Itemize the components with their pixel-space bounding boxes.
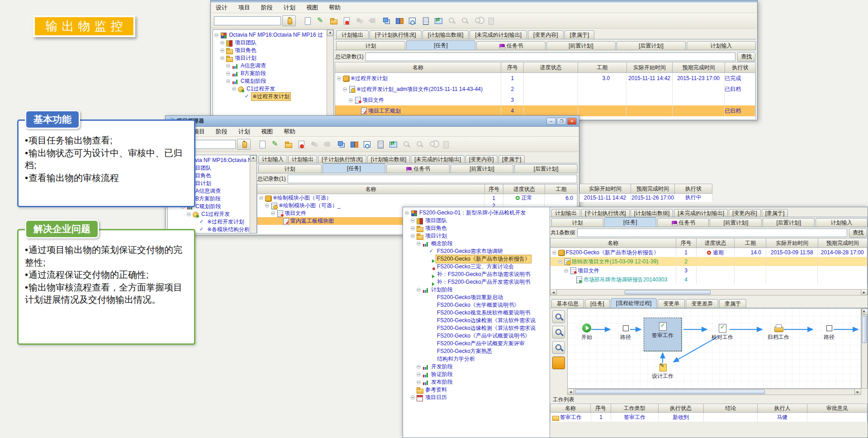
menu-item[interactable]: 视图 [306,4,318,12]
toolbar-button[interactable] [366,15,378,27]
tree-expander-icon[interactable] [411,395,415,400]
column-header[interactable]: 预期完成时间 [673,62,725,73]
tab[interactable]: [任务] [604,217,656,227]
menu-item[interactable]: 阶段 [261,4,273,12]
column-header[interactable]: 预期完成时间 [818,238,868,248]
tree-expander-icon[interactable] [417,372,421,376]
toolbar-button[interactable] [282,138,294,150]
tree-expander-icon[interactable] [411,234,415,238]
tree-item[interactable]: Octavia NF MP16:Octavia NF MP16 过 [214,31,326,39]
scroll-up-icon[interactable]: ▲ [327,30,333,36]
column-header[interactable]: 名称 [550,404,591,413]
zoom-out-button[interactable] [552,341,565,354]
flow-node[interactable]: 路径 [607,323,645,341]
tab[interactable]: [子计划执行情况] [318,155,366,163]
tab[interactable]: 计划输出 [336,30,369,39]
menu-item[interactable]: 帮助 [329,4,341,12]
tree-item[interactable]: C规划阶段 [214,77,326,85]
toolbar-button[interactable] [387,138,398,150]
tree-item[interactable]: ※过程开发计划 [214,93,326,100]
tree-item[interactable]: C1过程开发 [214,85,326,93]
tab[interactable]: 隶属于 [719,299,746,308]
quick-search-input[interactable] [214,16,281,25]
column-header[interactable]: 执行人 [758,404,807,413]
horizontal-scrollbar[interactable]: ◄ ► [550,289,868,295]
scroll-right-icon[interactable]: ► [861,290,867,295]
tab[interactable]: 计划输入 [687,41,756,50]
filter-input[interactable] [365,52,735,61]
row-expander-icon[interactable] [552,251,556,255]
column-header[interactable]: 工期 [545,184,578,194]
tree-item[interactable]: 项目计划 [214,54,326,62]
tab[interactable]: [未完成的计划输出] [674,209,728,217]
tree-item[interactable]: 结构和力学分析 [404,355,549,363]
toolbar-button[interactable] [471,15,483,27]
tab[interactable]: [计划输出数据] [367,155,410,163]
tab[interactable]: 基本信息 [551,299,584,308]
canvas-horizontal-scrollbar[interactable]: ◄ ► [567,389,861,395]
tab[interactable]: [子计划执行情况] [581,209,630,217]
tree-item[interactable]: FS200-Gecko方案熟悉 [404,348,549,355]
tree-expander-icon[interactable] [417,242,421,246]
column-header[interactable]: 工作类型 [611,404,659,413]
toolbar-button[interactable] [340,15,352,27]
column-header[interactable]: 结论 [704,404,758,413]
column-header[interactable]: 名称 [550,238,676,248]
tree-expander-icon[interactable] [226,71,230,76]
tree-item[interactable]: 项目日历 [404,394,549,401]
tab[interactable]: [任务] [585,299,610,308]
tab[interactable]: [计划输出数据] [631,209,674,217]
filter-button[interactable] [282,15,296,26]
tree-item[interactable]: FS200-Gecko需求市场调研 [404,248,549,255]
toolbar-button[interactable] [432,15,444,27]
toolbar-button[interactable] [314,15,326,27]
tree-expander-icon[interactable] [232,87,236,91]
tree-expander-icon[interactable] [214,33,218,37]
flow-node[interactable]: 校对工作 [703,323,741,341]
toolbar-button[interactable] [301,15,313,27]
tab[interactable]: [变更内容] [465,155,498,163]
row-expander-icon[interactable] [271,211,275,215]
row-expander-icon[interactable] [337,76,341,81]
table-row[interactable]: FS200-Gecko《新产品市场分析报告》 1 逾期 14.0 2015-03… [550,248,867,257]
scrollbar-thumb[interactable] [575,390,765,394]
toolbar-button[interactable] [458,15,470,27]
column-header[interactable]: 实际开始时间 [766,238,818,248]
row-expander-icon[interactable] [259,196,263,200]
toolbar-button[interactable] [256,138,267,150]
row-expander-icon[interactable] [349,98,353,102]
flow-node[interactable]: 归档工作 [759,323,797,341]
tab[interactable]: [未完成的计划输出] [411,155,465,163]
row-expander-icon[interactable] [564,269,568,273]
scrollbar-thumb[interactable] [862,316,867,343]
menu-item[interactable]: 计划 [238,128,250,136]
tree-expander-icon[interactable] [417,380,421,384]
tree-item[interactable]: ※过程开发计划 [169,218,249,226]
column-header[interactable]: 进度状态 [697,238,735,248]
toolbar-button[interactable] [419,15,431,27]
tab[interactable]: [隶属于] [498,155,525,163]
title-bar[interactable]: 项目管理器 – ❐ ✕ [166,116,579,127]
column-header[interactable]: 工期 [735,238,766,248]
tab[interactable]: [计划输出数据] [422,30,469,39]
tab[interactable]: [流程处理过程] [611,298,657,308]
tab[interactable]: 变更单 [658,299,685,308]
toolbar-button[interactable] [406,15,417,27]
tree-item[interactable]: FS200-Gecko视觉系统软件概要说明书 [404,309,549,317]
workflow-canvas[interactable]: 开始 路径 签审工作 [567,308,861,389]
tree-item[interactable]: 发布阶段 [404,378,549,386]
toolbar-button[interactable] [379,15,391,27]
close-button[interactable]: ✕ [567,118,577,125]
toolbar-button[interactable] [439,138,451,150]
row-expander-icon[interactable] [558,260,562,264]
tab[interactable]: [后置计划] [617,41,686,50]
tab[interactable]: 计划输出 [551,209,580,217]
scroll-up-icon[interactable]: ▲ [250,155,256,162]
tab[interactable]: 计划 [551,218,603,227]
row-expander-icon[interactable] [343,87,347,91]
tree-expander-icon[interactable] [417,365,421,369]
tree-item[interactable]: B方案阶段 [214,70,326,77]
menu-item[interactable]: 计划 [284,4,295,12]
overview-button[interactable] [552,357,565,369]
tab[interactable]: [任务] [323,163,386,173]
